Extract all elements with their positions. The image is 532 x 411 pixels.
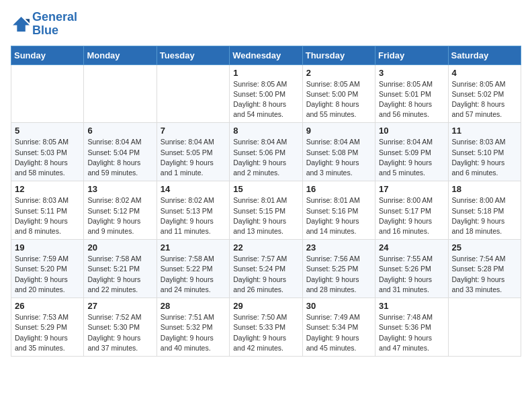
day-content: Sunrise: 7:53 AMSunset: 5:29 PMDaylight:… xyxy=(15,312,80,353)
day-number: 27 xyxy=(87,301,152,311)
day-number: 10 xyxy=(379,126,444,136)
day-number: 17 xyxy=(379,184,444,194)
calendar-table: SundayMondayTuesdayWednesdayThursdayFrid… xyxy=(11,46,521,357)
day-number: 21 xyxy=(161,242,226,253)
calendar-cell: 16Sunrise: 8:01 AMSunset: 5:16 PMDayligh… xyxy=(302,181,375,240)
calendar-cell: 23Sunrise: 7:56 AMSunset: 5:25 PMDayligh… xyxy=(302,240,375,298)
header-row: SundayMondayTuesdayWednesdayThursdayFrid… xyxy=(11,46,521,64)
day-content: Sunrise: 8:04 AMSunset: 5:08 PMDaylight:… xyxy=(306,137,371,178)
calendar-header: SundayMondayTuesdayWednesdayThursdayFrid… xyxy=(11,46,521,64)
calendar-week-row: 1Sunrise: 8:05 AMSunset: 5:00 PMDaylight… xyxy=(11,64,521,123)
logo-icon xyxy=(11,15,30,34)
calendar-cell: 22Sunrise: 7:57 AMSunset: 5:24 PMDayligh… xyxy=(230,240,302,298)
calendar-cell: 3Sunrise: 8:05 AMSunset: 5:01 PMDaylight… xyxy=(375,64,448,123)
day-content: Sunrise: 7:57 AMSunset: 5:24 PMDaylight:… xyxy=(233,254,298,295)
day-number: 31 xyxy=(379,301,444,311)
day-number: 2 xyxy=(306,68,371,78)
day-number: 9 xyxy=(306,126,371,136)
calendar-cell: 4Sunrise: 8:05 AMSunset: 5:02 PMDaylight… xyxy=(448,64,521,123)
day-number: 22 xyxy=(233,242,298,253)
header-day-wednesday: Wednesday xyxy=(230,46,302,64)
calendar-week-row: 19Sunrise: 7:59 AMSunset: 5:20 PMDayligh… xyxy=(11,240,521,298)
calendar-body: 1Sunrise: 8:05 AMSunset: 5:00 PMDaylight… xyxy=(11,64,521,356)
header-day-sunday: Sunday xyxy=(11,46,84,64)
calendar-cell: 29Sunrise: 7:50 AMSunset: 5:33 PMDayligh… xyxy=(230,298,302,357)
day-number: 4 xyxy=(452,68,517,78)
calendar-cell: 25Sunrise: 7:54 AMSunset: 5:28 PMDayligh… xyxy=(448,240,521,298)
calendar-cell: 30Sunrise: 7:49 AMSunset: 5:34 PMDayligh… xyxy=(302,298,375,357)
calendar-cell: 14Sunrise: 8:02 AMSunset: 5:13 PMDayligh… xyxy=(157,181,229,240)
calendar-week-row: 26Sunrise: 7:53 AMSunset: 5:29 PMDayligh… xyxy=(11,298,521,357)
calendar-cell: 31Sunrise: 7:48 AMSunset: 5:36 PMDayligh… xyxy=(375,298,448,357)
day-number: 26 xyxy=(15,301,80,311)
day-content: Sunrise: 8:04 AMSunset: 5:04 PMDaylight:… xyxy=(87,137,152,178)
day-number: 29 xyxy=(233,301,298,311)
day-content: Sunrise: 8:05 AMSunset: 5:00 PMDaylight:… xyxy=(233,79,298,120)
calendar-cell: 9Sunrise: 8:04 AMSunset: 5:08 PMDaylight… xyxy=(302,123,375,181)
calendar-cell: 8Sunrise: 8:04 AMSunset: 5:06 PMDaylight… xyxy=(230,123,302,181)
day-content: Sunrise: 7:55 AMSunset: 5:26 PMDaylight:… xyxy=(379,254,444,295)
day-content: Sunrise: 8:04 AMSunset: 5:05 PMDaylight:… xyxy=(161,137,226,178)
calendar-week-row: 5Sunrise: 8:05 AMSunset: 5:03 PMDaylight… xyxy=(11,123,521,181)
calendar-cell xyxy=(11,64,84,123)
day-number: 24 xyxy=(379,242,444,253)
calendar-cell: 7Sunrise: 8:04 AMSunset: 5:05 PMDaylight… xyxy=(157,123,229,181)
calendar-week-row: 12Sunrise: 8:03 AMSunset: 5:11 PMDayligh… xyxy=(11,181,521,240)
day-content: Sunrise: 8:05 AMSunset: 5:02 PMDaylight:… xyxy=(452,79,517,120)
day-content: Sunrise: 7:50 AMSunset: 5:33 PMDaylight:… xyxy=(233,312,298,353)
calendar-cell: 18Sunrise: 8:00 AMSunset: 5:18 PMDayligh… xyxy=(448,181,521,240)
day-number: 12 xyxy=(15,184,80,194)
day-content: Sunrise: 8:02 AMSunset: 5:12 PMDaylight:… xyxy=(87,195,152,236)
calendar-cell: 6Sunrise: 8:04 AMSunset: 5:04 PMDaylight… xyxy=(84,123,157,181)
day-number: 16 xyxy=(306,184,371,194)
calendar-cell: 28Sunrise: 7:51 AMSunset: 5:32 PMDayligh… xyxy=(157,298,229,357)
day-content: Sunrise: 7:56 AMSunset: 5:25 PMDaylight:… xyxy=(306,254,371,295)
day-number: 1 xyxy=(233,68,298,78)
calendar-cell: 24Sunrise: 7:55 AMSunset: 5:26 PMDayligh… xyxy=(375,240,448,298)
calendar-cell: 15Sunrise: 8:01 AMSunset: 5:15 PMDayligh… xyxy=(230,181,302,240)
day-number: 5 xyxy=(15,126,80,136)
day-content: Sunrise: 7:48 AMSunset: 5:36 PMDaylight:… xyxy=(379,312,444,353)
logo: General Blue xyxy=(11,11,77,38)
calendar-cell: 11Sunrise: 8:03 AMSunset: 5:10 PMDayligh… xyxy=(448,123,521,181)
day-content: Sunrise: 7:49 AMSunset: 5:34 PMDaylight:… xyxy=(306,312,371,353)
calendar-cell: 20Sunrise: 7:58 AMSunset: 5:21 PMDayligh… xyxy=(84,240,157,298)
day-number: 6 xyxy=(87,126,152,136)
calendar-cell: 19Sunrise: 7:59 AMSunset: 5:20 PMDayligh… xyxy=(11,240,84,298)
day-number: 23 xyxy=(306,242,371,253)
day-content: Sunrise: 7:59 AMSunset: 5:20 PMDaylight:… xyxy=(15,254,80,295)
day-content: Sunrise: 7:51 AMSunset: 5:32 PMDaylight:… xyxy=(161,312,226,353)
day-number: 8 xyxy=(233,126,298,136)
day-number: 7 xyxy=(161,126,226,136)
header-day-saturday: Saturday xyxy=(448,46,521,64)
day-content: Sunrise: 8:01 AMSunset: 5:16 PMDaylight:… xyxy=(306,195,371,236)
header-day-friday: Friday xyxy=(375,46,448,64)
page-header: General Blue xyxy=(11,11,521,38)
day-content: Sunrise: 8:05 AMSunset: 5:03 PMDaylight:… xyxy=(15,137,80,178)
logo-text: General Blue xyxy=(32,11,77,38)
calendar-cell: 27Sunrise: 7:52 AMSunset: 5:30 PMDayligh… xyxy=(84,298,157,357)
day-content: Sunrise: 7:58 AMSunset: 5:21 PMDaylight:… xyxy=(87,254,152,295)
calendar-cell: 1Sunrise: 8:05 AMSunset: 5:00 PMDaylight… xyxy=(230,64,302,123)
day-content: Sunrise: 8:04 AMSunset: 5:09 PMDaylight:… xyxy=(379,137,444,178)
day-content: Sunrise: 8:03 AMSunset: 5:11 PMDaylight:… xyxy=(15,195,80,236)
day-number: 30 xyxy=(306,301,371,311)
calendar-cell xyxy=(84,64,157,123)
day-number: 13 xyxy=(87,184,152,194)
calendar-cell: 21Sunrise: 7:58 AMSunset: 5:22 PMDayligh… xyxy=(157,240,229,298)
day-content: Sunrise: 8:00 AMSunset: 5:18 PMDaylight:… xyxy=(452,195,517,236)
calendar-cell: 17Sunrise: 8:00 AMSunset: 5:17 PMDayligh… xyxy=(375,181,448,240)
calendar-cell: 5Sunrise: 8:05 AMSunset: 5:03 PMDaylight… xyxy=(11,123,84,181)
day-number: 18 xyxy=(452,184,517,194)
day-content: Sunrise: 7:58 AMSunset: 5:22 PMDaylight:… xyxy=(161,254,226,295)
calendar-cell xyxy=(157,64,229,123)
day-content: Sunrise: 7:52 AMSunset: 5:30 PMDaylight:… xyxy=(87,312,152,353)
day-content: Sunrise: 8:05 AMSunset: 5:01 PMDaylight:… xyxy=(379,79,444,120)
day-number: 3 xyxy=(379,68,444,78)
day-content: Sunrise: 8:03 AMSunset: 5:10 PMDaylight:… xyxy=(452,137,517,178)
day-number: 20 xyxy=(87,242,152,253)
day-number: 15 xyxy=(233,184,298,194)
header-day-tuesday: Tuesday xyxy=(157,46,229,64)
calendar-cell: 2Sunrise: 8:05 AMSunset: 5:00 PMDaylight… xyxy=(302,64,375,123)
day-content: Sunrise: 8:02 AMSunset: 5:13 PMDaylight:… xyxy=(161,195,226,236)
